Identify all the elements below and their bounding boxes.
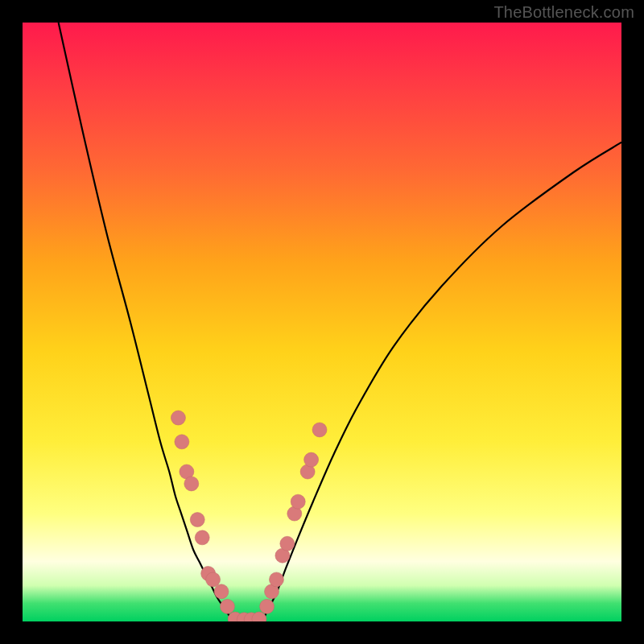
chart-frame xyxy=(23,23,621,621)
watermark-text: TheBottleneck.com xyxy=(493,3,634,22)
